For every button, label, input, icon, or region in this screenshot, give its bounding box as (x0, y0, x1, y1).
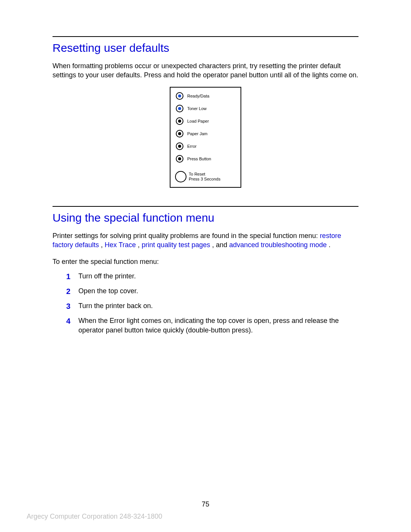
step-text: When the Error light comes on, indicatin… (78, 316, 358, 335)
enter-menu-text: To enter the special function menu: (53, 257, 358, 266)
link-print-quality-test-pages[interactable]: print quality test pages (142, 241, 210, 249)
page-number: 75 (0, 500, 411, 508)
panel-light-label: Toner Low (187, 106, 207, 111)
led-icon (176, 92, 183, 100)
step-item: 2Open the top cover. (66, 286, 358, 297)
step-number: 4 (66, 316, 78, 326)
operator-panel-button-label: To Reset Press 3 Seconds (189, 172, 220, 181)
operator-panel-button-row: To Reset Press 3 Seconds (175, 171, 237, 182)
panel-light-row: Error (175, 142, 237, 150)
step-text: Turn off the printer. (78, 272, 358, 281)
panel-light-row: Ready/Data (175, 92, 237, 100)
section-divider (53, 206, 358, 207)
body-resetting-user-defaults: When formatting problems occur or unexpe… (53, 61, 358, 80)
led-icon (176, 155, 183, 163)
intro-text: Printer settings for solving print quali… (53, 232, 320, 240)
panel-light-label: Ready/Data (187, 94, 209, 98)
panel-light-label: Paper Jam (187, 131, 207, 136)
step-item: 4When the Error light comes on, indicati… (66, 316, 358, 335)
panel-light-label: Error (187, 144, 196, 149)
step-number: 3 (66, 301, 78, 312)
panel-light-row: Toner Low (175, 105, 237, 112)
panel-light-row: Press Button (175, 155, 237, 163)
operator-panel-figure: Ready/DataToner LowLoad PaperPaper JamEr… (53, 87, 358, 188)
step-number: 2 (66, 286, 78, 297)
led-icon (176, 117, 183, 125)
operator-panel: Ready/DataToner LowLoad PaperPaper JamEr… (170, 87, 241, 188)
step-text: Open the top cover. (78, 286, 358, 296)
panel-light-label: Press Button (187, 157, 211, 161)
led-icon (176, 105, 183, 112)
led-icon (176, 142, 183, 150)
heading-resetting-user-defaults: Resetting user defaults (53, 42, 358, 54)
steps-list: 1Turn off the printer.2Open the top cove… (66, 272, 358, 335)
step-item: 1Turn off the printer. (66, 272, 358, 282)
section-divider (53, 36, 358, 37)
heading-special-function-menu: Using the special function menu (53, 211, 358, 224)
panel-light-row: Paper Jam (175, 130, 237, 137)
body-special-function-intro: Printer settings for solving print quali… (53, 231, 358, 250)
step-number: 1 (66, 272, 78, 282)
panel-light-row: Load Paper (175, 117, 237, 125)
led-icon (176, 130, 183, 137)
panel-light-label: Load Paper (187, 119, 209, 123)
footer-text: Argecy Computer Corporation 248-324-1800 (27, 513, 162, 521)
operator-panel-button-icon (175, 171, 186, 182)
link-advanced-troubleshooting-mode[interactable]: advanced troubleshooting mode (229, 241, 327, 249)
step-text: Turn the printer back on. (78, 301, 358, 310)
step-item: 3Turn the printer back on. (66, 301, 358, 312)
link-hex-trace[interactable]: Hex Trace (105, 241, 136, 249)
page-content: Resetting user defaults When formatting … (0, 0, 411, 335)
